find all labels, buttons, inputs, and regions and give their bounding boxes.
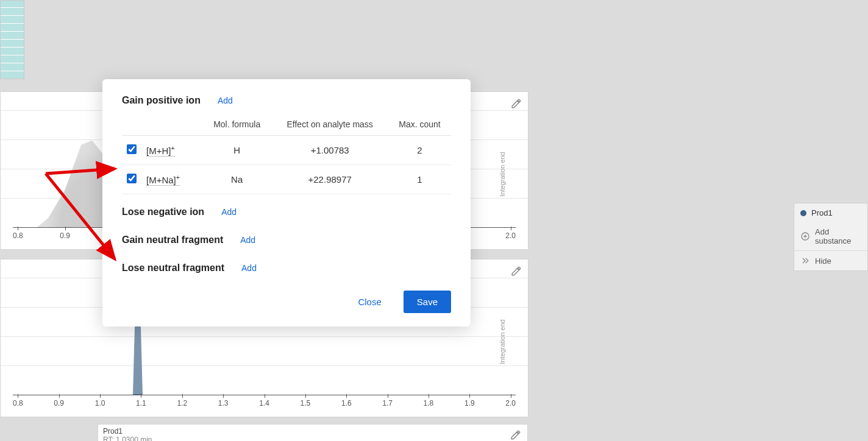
- table-row: [M+Na]+ Na +22.98977 1: [122, 165, 451, 194]
- card-subtitle: RT: 1.0300 min: [103, 436, 522, 441]
- add-substance-button[interactable]: Add substance: [794, 222, 867, 250]
- legend-item-label: Prod1: [811, 208, 833, 217]
- hide-label: Hide: [815, 256, 831, 266]
- col-max-count: Max. count: [388, 113, 451, 136]
- legend-item-prod1[interactable]: Prod1: [794, 203, 867, 222]
- edit-icon[interactable]: [510, 429, 521, 441]
- add-lose-negative-link[interactable]: Add: [221, 207, 237, 217]
- plus-circle-icon: [800, 231, 810, 241]
- close-button[interactable]: Close: [350, 292, 388, 312]
- cell-max: 1: [388, 165, 451, 194]
- add-gain-neutral-link[interactable]: Add: [240, 235, 255, 245]
- edit-icon[interactable]: [511, 98, 522, 111]
- adduct-label: [M+H]+: [146, 146, 175, 157]
- cell-effect: +1.00783: [271, 136, 388, 165]
- adduct-label: [M+Na]+: [146, 175, 180, 186]
- x-axis: 0.80.9 1.01.1 1.21.3 1.41.5 1.61.7 1.81.…: [13, 395, 516, 412]
- cell-max: 2: [388, 136, 451, 165]
- add-lose-neutral-link[interactable]: Add: [241, 263, 257, 273]
- row-checkbox[interactable]: [127, 174, 137, 183]
- adducts-dialog: Gain positive ion Add Mol. formula Effec…: [102, 79, 471, 326]
- lose-neutral-heading: Lose neutral fragment: [122, 263, 224, 273]
- cell-formula: Na: [202, 165, 271, 194]
- card-title: Prod1: [103, 427, 522, 436]
- row-checkbox[interactable]: [127, 144, 137, 154]
- cell-formula: H: [202, 136, 271, 165]
- cell-effect: +22.98977: [271, 165, 388, 194]
- thumbnail-strip: [0, 0, 24, 79]
- gain-positive-heading: Gain positive ion: [122, 95, 201, 106]
- legend-color-dot: [800, 210, 806, 216]
- lose-negative-heading: Lose negative ion: [122, 206, 204, 217]
- gain-neutral-heading: Gain neutral fragment: [122, 235, 223, 245]
- integration-end-label: Integration end: [498, 152, 505, 196]
- integration-end-label: Integration end: [498, 319, 505, 364]
- col-mol-formula: Mol. formula: [202, 113, 271, 136]
- col-effect: Effect on analyte mass: [271, 113, 388, 136]
- gain-positive-table: Mol. formula Effect on analyte mass Max.…: [122, 113, 451, 194]
- legend-panel: Prod1 Add substance Hide: [794, 203, 868, 271]
- table-row: [M+H]+ H +1.00783 2: [122, 136, 451, 165]
- add-gain-positive-link[interactable]: Add: [218, 96, 233, 105]
- add-substance-label: Add substance: [815, 227, 861, 245]
- edit-icon[interactable]: [511, 266, 522, 279]
- hide-legend-button[interactable]: Hide: [794, 250, 867, 270]
- substance-card: Prod1 RT: 1.0300 min: [98, 424, 528, 441]
- chevron-double-right-icon: [800, 256, 810, 266]
- save-button[interactable]: Save: [404, 291, 451, 313]
